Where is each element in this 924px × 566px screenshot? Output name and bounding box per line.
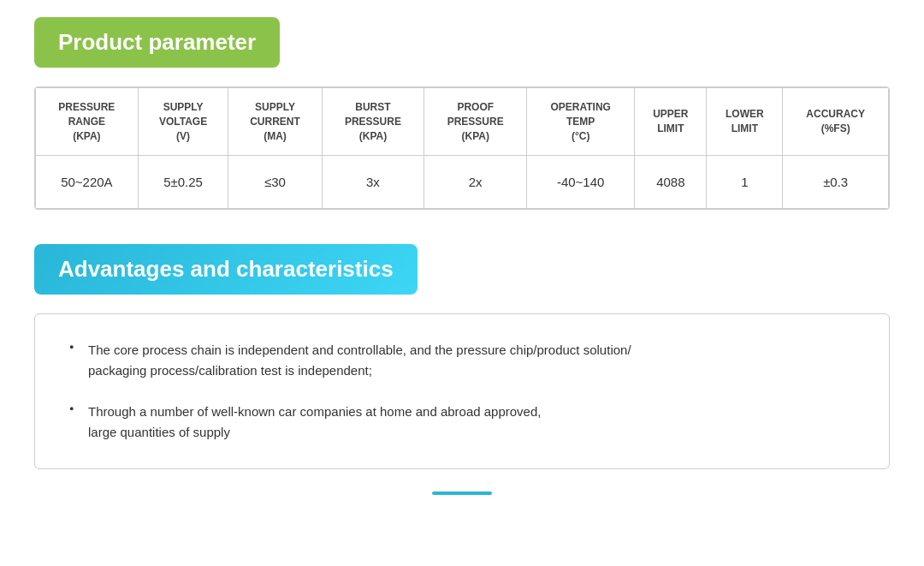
parameter-table: PRESSURERANGE(Kpa) SUPPLYVOLTAGE(V) SUPP… — [35, 87, 889, 209]
cell-burst-pressure: 3x — [322, 156, 424, 209]
cell-upper-limit: 4088 — [635, 156, 707, 209]
advantages-box: The core process chain is independent an… — [34, 313, 890, 469]
col-pressure-range: PRESSURERANGE(Kpa) — [36, 88, 139, 156]
col-supply-voltage: SUPPLYVOLTAGE(V) — [138, 88, 228, 156]
col-lower-limit: LOWERLIMIT — [707, 88, 783, 156]
cell-supply-voltage: 5±0.25 — [138, 156, 228, 209]
advantages-section: Advantages and characteristics The core … — [34, 244, 890, 498]
cell-proof-pressure: 2x — [424, 156, 527, 209]
cell-lower-limit: 1 — [707, 156, 783, 209]
col-burst-pressure: BURSTPRESSURE(Kpa) — [322, 88, 424, 156]
col-accuracy: ACCURACY(%FS) — [783, 88, 889, 156]
col-upper-limit: UPPERLIMIT — [635, 88, 707, 156]
scroll-indicator — [34, 483, 890, 498]
list-item: The core process chain is independent an… — [69, 340, 855, 381]
advantage-text-2: Through a number of well-known car compa… — [88, 404, 541, 439]
cell-accuracy: ±0.3 — [783, 156, 889, 209]
col-proof-pressure: PROOFPRESSURE(Kpa) — [424, 88, 527, 156]
table-row: 50~220A 5±0.25 ≤30 3x 2x -40~140 4088 1 … — [36, 156, 889, 209]
advantages-badge: Advantages and characteristics — [34, 244, 418, 295]
col-operating-temp: OPERATINGTEMP(°C) — [527, 88, 635, 156]
list-item: Through a number of well-known car compa… — [69, 402, 855, 443]
cell-operating-temp: -40~140 — [527, 156, 635, 209]
table-header-row: PRESSURERANGE(Kpa) SUPPLYVOLTAGE(V) SUPP… — [36, 88, 889, 156]
advantage-text-1: The core process chain is independent an… — [88, 343, 631, 378]
product-parameter-section: Product parameter PRESSURERANGE(Kpa) SUP… — [34, 17, 890, 210]
cell-pressure-range: 50~220A — [36, 156, 139, 209]
advantages-list: The core process chain is independent an… — [69, 340, 855, 443]
parameter-table-wrapper: PRESSURERANGE(Kpa) SUPPLYVOLTAGE(V) SUPP… — [34, 86, 890, 210]
product-parameter-badge: Product parameter — [34, 17, 280, 68]
scroll-bar — [432, 492, 492, 495]
col-supply-current: SUPPLYCURRENT(mA) — [228, 88, 322, 156]
cell-supply-current: ≤30 — [228, 156, 322, 209]
